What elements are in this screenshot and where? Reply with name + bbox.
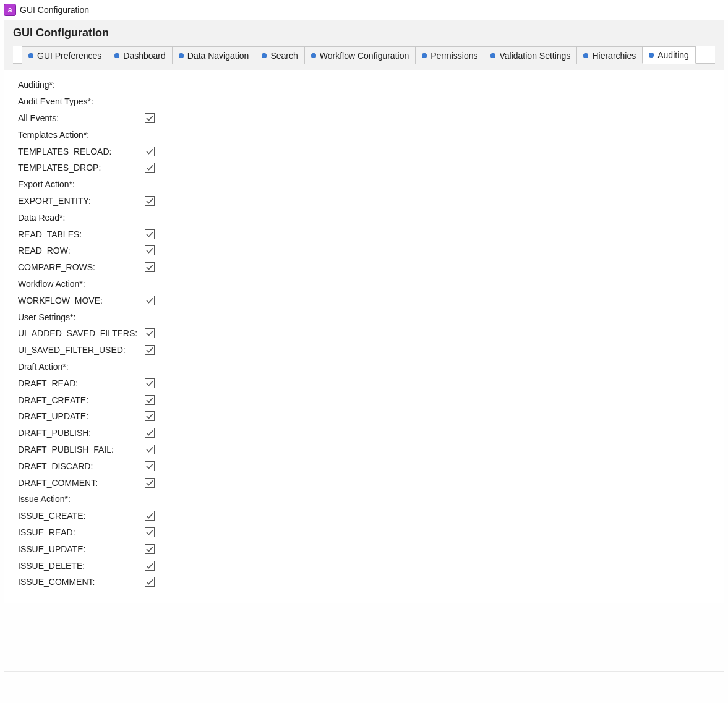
section-label: Templates Action*:	[18, 130, 145, 140]
checkbox-draft-discard[interactable]	[145, 461, 155, 471]
checkbox-row-draft-discard: DRAFT_DISCARD:	[18, 458, 710, 474]
section-label: Data Read*:	[18, 213, 145, 223]
field-label: COMPARE_ROWS:	[18, 262, 145, 272]
checkbox-workflow-move[interactable]	[145, 296, 155, 305]
field-label: DRAFT_DISCARD:	[18, 461, 145, 471]
checkbox-draft-publish[interactable]	[145, 428, 155, 438]
app-icon: a	[4, 4, 16, 16]
checkbox-row-issue-update: ISSUE_UPDATE:	[18, 540, 710, 557]
field-label: DRAFT_COMMENT:	[18, 478, 145, 488]
checkbox-issue-read[interactable]	[145, 527, 155, 537]
tab-workflow-configuration[interactable]: Workflow Configuration	[304, 46, 416, 64]
field-label: ISSUE_DELETE:	[18, 561, 145, 571]
tab-auditing[interactable]: Auditing	[642, 46, 696, 64]
tab-label: Dashboard	[123, 51, 166, 61]
field-label: READ_TABLES:	[18, 229, 145, 239]
checkbox-row-all-events: All Events:	[18, 110, 710, 127]
checkbox-row-draft-create: DRAFT_CREATE:	[18, 391, 710, 408]
checkbox-draft-read[interactable]	[145, 378, 155, 388]
tab-dot-icon	[311, 53, 316, 58]
checkbox-draft-update[interactable]	[145, 411, 155, 421]
field-label: DRAFT_CREATE:	[18, 395, 145, 405]
checkbox-export-entity[interactable]	[145, 196, 155, 206]
checkbox-row-read-tables: READ_TABLES:	[18, 226, 710, 242]
checkbox-issue-update[interactable]	[145, 544, 155, 554]
tab-data-navigation[interactable]: Data Navigation	[172, 46, 256, 64]
tab-label: Auditing	[657, 50, 689, 60]
section-label-row: Workflow Action*:	[18, 276, 710, 292]
tab-label: Data Navigation	[187, 51, 249, 61]
field-label: UI_SAVED_FILTER_USED:	[18, 345, 145, 355]
tab-dot-icon	[28, 53, 33, 58]
checkbox-row-issue-delete: ISSUE_DELETE:	[18, 557, 710, 574]
field-label: ISSUE_READ:	[18, 527, 145, 537]
checkbox-row-issue-create: ISSUE_CREATE:	[18, 508, 710, 524]
field-label: READ_ROW:	[18, 245, 145, 255]
checkbox-row-draft-comment: DRAFT_COMMENT:	[18, 474, 710, 491]
section-label-row: Draft Action*:	[18, 359, 710, 375]
checkbox-row-export-entity: EXPORT_ENTITY:	[18, 193, 710, 210]
checkbox-ui-saved-filter-used[interactable]	[145, 345, 155, 355]
field-label: ISSUE_UPDATE:	[18, 544, 145, 554]
checkbox-read-tables[interactable]	[145, 229, 155, 239]
checkbox-issue-delete[interactable]	[145, 561, 155, 571]
checkbox-draft-create[interactable]	[145, 395, 155, 405]
field-label: DRAFT_PUBLISH:	[18, 428, 145, 438]
section-label: Export Action*:	[18, 179, 145, 189]
tab-validation-settings[interactable]: Validation Settings	[484, 46, 577, 64]
tab-dot-icon	[583, 53, 588, 58]
section-label-row: Issue Action*:	[18, 491, 710, 508]
form-content: Auditing*:Audit Event Types*:All Events:…	[4, 70, 724, 603]
tab-dot-icon	[262, 53, 267, 58]
checkbox-draft-comment[interactable]	[145, 478, 155, 488]
tab-dot-icon	[422, 53, 427, 58]
field-label: TEMPLATES_DROP:	[18, 163, 145, 173]
section-label: Draft Action*:	[18, 362, 145, 372]
checkbox-row-draft-publish: DRAFT_PUBLISH:	[18, 425, 710, 441]
tab-label: Hierarchies	[592, 51, 636, 61]
main-panel: GUI Configuration GUI PreferencesDashboa…	[4, 20, 724, 672]
checkbox-issue-create[interactable]	[145, 511, 155, 521]
tab-dashboard[interactable]: Dashboard	[108, 46, 173, 64]
checkbox-row-issue-comment: ISSUE_COMMENT:	[18, 574, 710, 590]
window-title: GUI Configuration	[20, 5, 89, 15]
section-label-row: User Settings*:	[18, 309, 710, 325]
checkbox-row-issue-read: ISSUE_READ:	[18, 524, 710, 541]
checkbox-draft-publish-fail[interactable]	[145, 445, 155, 454]
checkbox-read-row[interactable]	[145, 245, 155, 255]
checkbox-row-read-row: READ_ROW:	[18, 242, 710, 259]
title-bar: a GUI Configuration	[0, 0, 728, 20]
section-label: Workflow Action*:	[18, 279, 145, 289]
checkbox-row-ui-saved-filter-used: UI_SAVED_FILTER_USED:	[18, 342, 710, 359]
tab-label: Validation Settings	[499, 51, 570, 61]
section-label-row: Audit Event Types*:	[18, 93, 710, 110]
field-label: DRAFT_READ:	[18, 378, 145, 388]
section-label-row: Templates Action*:	[18, 126, 710, 143]
checkbox-all-events[interactable]	[145, 113, 155, 123]
tab-label: Workflow Configuration	[320, 51, 409, 61]
tab-hierarchies[interactable]: Hierarchies	[576, 46, 643, 64]
field-label: WORKFLOW_MOVE:	[18, 296, 145, 305]
section-label-row: Export Action*:	[18, 176, 710, 193]
checkbox-templates-drop[interactable]	[145, 163, 155, 173]
field-label: DRAFT_PUBLISH_FAIL:	[18, 445, 145, 454]
checkbox-issue-comment[interactable]	[145, 577, 155, 587]
tab-dot-icon	[114, 53, 119, 58]
checkbox-row-templates-reload: TEMPLATES_RELOAD:	[18, 143, 710, 160]
tab-label: GUI Preferences	[37, 51, 101, 61]
section-label: User Settings*:	[18, 312, 145, 322]
checkbox-compare-rows[interactable]	[145, 262, 155, 272]
section-label-row: Data Read*:	[18, 209, 710, 226]
tab-label: Search	[270, 51, 298, 61]
tab-gui-preferences[interactable]: GUI Preferences	[22, 46, 108, 64]
tab-search[interactable]: Search	[255, 46, 304, 64]
checkbox-ui-added-saved-filters[interactable]	[145, 328, 155, 338]
field-label: ISSUE_COMMENT:	[18, 577, 145, 587]
checkbox-row-workflow-move: WORKFLOW_MOVE:	[18, 292, 710, 309]
field-label: DRAFT_UPDATE:	[18, 411, 145, 421]
checkbox-templates-reload[interactable]	[145, 147, 155, 156]
checkbox-row-ui-added-saved-filters: UI_ADDED_SAVED_FILTERS:	[18, 325, 710, 342]
tab-permissions[interactable]: Permissions	[415, 46, 484, 64]
tab-label: Permissions	[430, 51, 477, 61]
field-label: ISSUE_CREATE:	[18, 511, 145, 521]
